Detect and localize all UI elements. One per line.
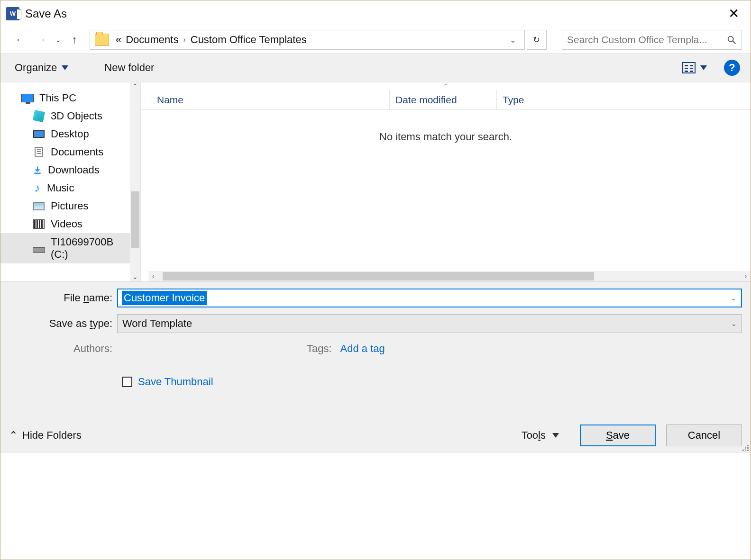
tree-videos[interactable]: Videos: [0, 215, 140, 233]
filename-input[interactable]: Customer Invoice ⌄: [117, 289, 742, 307]
forward-button[interactable]: →: [32, 30, 51, 49]
music-icon: ♪: [33, 182, 41, 194]
bottom-panel: File name: Customer Invoice ⌄ Save as ty…: [0, 281, 751, 453]
empty-message: No items match your search.: [141, 131, 751, 143]
monitor-icon: [21, 94, 34, 102]
breadcrumb-prefix: «: [116, 34, 121, 46]
chevron-down-icon[interactable]: ⌄: [731, 320, 737, 327]
address-bar[interactable]: « Documents › Custom Office Templates ⌄: [90, 30, 525, 50]
tree-downloads[interactable]: Downloads: [0, 161, 140, 179]
savetype-select[interactable]: Word Template ⌄: [117, 314, 742, 333]
scroll-down-icon[interactable]: ⌄: [130, 273, 140, 280]
chevron-down-icon: [700, 65, 707, 70]
column-splitter-icon[interactable]: ⌃: [141, 82, 751, 90]
close-button[interactable]: ✕: [723, 3, 745, 24]
column-name[interactable]: Name: [157, 94, 389, 106]
toolbar: Organize New folder ?: [0, 53, 751, 82]
back-button[interactable]: ←: [11, 30, 30, 49]
chevron-down-icon: [552, 433, 559, 438]
nav-tree[interactable]: This PC 3D Objects Desktop Documents Dow…: [0, 82, 141, 281]
chevron-down-icon[interactable]: ⌄: [731, 294, 736, 302]
drive-icon: [33, 247, 45, 253]
column-type[interactable]: Type: [496, 90, 751, 109]
chevron-down-icon: [62, 65, 68, 70]
cancel-button[interactable]: Cancel: [666, 425, 742, 446]
desktop-icon: [33, 130, 45, 138]
dialog-title: Save As: [25, 7, 67, 20]
svg-point-0: [728, 36, 733, 42]
horizontal-scrollbar[interactable]: ‹ ›: [148, 271, 751, 281]
save-thumbnail-label[interactable]: Save Thumbnail: [138, 376, 213, 388]
view-mode-button[interactable]: [679, 60, 710, 75]
tools-button[interactable]: Tools: [522, 429, 559, 442]
tree-this-pc[interactable]: This PC: [0, 89, 140, 107]
main-area: This PC 3D Objects Desktop Documents Dow…: [0, 82, 751, 281]
word-icon: W: [6, 7, 19, 20]
organize-button[interactable]: Organize: [11, 60, 72, 76]
authors-label: Authors:: [9, 343, 117, 355]
svg-line-1: [733, 41, 736, 44]
filename-label: File name:: [9, 292, 117, 304]
column-date[interactable]: Date modified: [389, 90, 496, 109]
scroll-thumb[interactable]: [131, 191, 139, 248]
address-dropdown[interactable]: ⌄: [505, 36, 520, 45]
picture-icon: [33, 202, 45, 210]
search-input[interactable]: Search Custom Office Templa...: [562, 30, 742, 50]
search-icon: [726, 35, 737, 45]
resize-grip-icon[interactable]: [741, 443, 750, 452]
tree-music[interactable]: ♪Music: [0, 179, 140, 197]
breadcrumb-current[interactable]: Custom Office Templates: [191, 34, 307, 46]
up-button[interactable]: ↑: [66, 30, 83, 49]
footer: ⌃ Hide Folders Tools Save Cancel: [9, 425, 742, 446]
download-icon: [33, 165, 42, 175]
chevron-right-icon[interactable]: ›: [178, 36, 190, 44]
history-dropdown[interactable]: ⌄: [53, 36, 64, 44]
tags-label: Tags:: [307, 343, 340, 355]
tree-desktop[interactable]: Desktop: [0, 125, 140, 143]
nav-bar: ← → ⌄ ↑ « Documents › Custom Office Temp…: [0, 27, 751, 53]
tree-pictures[interactable]: Pictures: [0, 197, 140, 215]
save-thumbnail-checkbox[interactable]: [122, 377, 132, 387]
help-button[interactable]: ?: [724, 60, 740, 76]
refresh-button[interactable]: ↻: [527, 30, 547, 50]
new-folder-button[interactable]: New folder: [101, 60, 158, 76]
hide-folders-button[interactable]: ⌃ Hide Folders: [9, 429, 82, 442]
tree-scrollbar[interactable]: ⌃ ⌄: [130, 82, 140, 281]
video-icon: [33, 219, 45, 229]
view-details-icon: [682, 62, 696, 73]
document-icon: [35, 147, 43, 157]
title-bar: W Save As ✕: [0, 0, 751, 27]
file-list[interactable]: ⌃ Name Date modified Type No items match…: [141, 82, 751, 281]
save-button[interactable]: Save: [580, 425, 656, 446]
tree-documents[interactable]: Documents: [0, 143, 140, 161]
savetype-label: Save as type:: [9, 317, 117, 330]
cube-icon: [33, 110, 45, 122]
scroll-thumb[interactable]: [163, 272, 594, 280]
breadcrumb-documents[interactable]: Documents: [126, 34, 178, 46]
column-headers: Name Date modified Type: [141, 90, 751, 110]
scroll-up-icon[interactable]: ⌃: [130, 82, 140, 90]
scroll-left-icon[interactable]: ‹: [148, 272, 158, 280]
scroll-right-icon[interactable]: ›: [741, 272, 751, 280]
chevron-up-icon: ⌃: [9, 429, 18, 442]
tags-add[interactable]: Add a tag: [340, 343, 385, 355]
folder-icon: [95, 34, 109, 46]
tree-3d-objects[interactable]: 3D Objects: [0, 107, 140, 125]
tree-drive-c[interactable]: TI10699700B (C:) ⌄: [0, 233, 140, 263]
